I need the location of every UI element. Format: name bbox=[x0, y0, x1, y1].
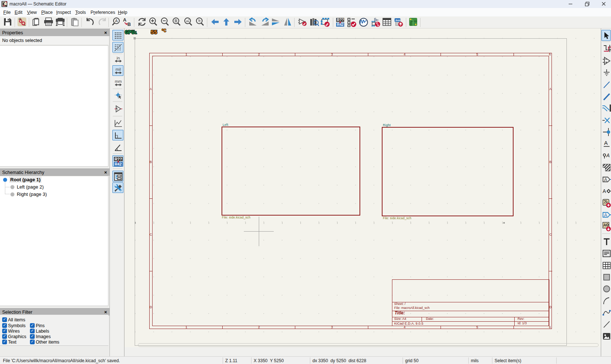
svg-text:A: A bbox=[115, 19, 118, 23]
svg-text:B: B bbox=[127, 22, 131, 26]
svg-text:mil: mil bbox=[116, 67, 121, 71]
svg-text:A: A bbox=[604, 212, 607, 218]
svg-text:.bom: .bom bbox=[395, 19, 401, 22]
svg-text:A: A bbox=[123, 18, 127, 23]
svg-text:A: A bbox=[603, 223, 606, 227]
svg-text:A: A bbox=[603, 188, 606, 194]
svg-text:A: A bbox=[606, 152, 610, 158]
svg-text:A: A bbox=[604, 140, 608, 146]
svg-text:mm: mm bbox=[115, 79, 122, 84]
svg-text:A: A bbox=[604, 177, 607, 182]
svg-text:in: in bbox=[117, 56, 120, 60]
